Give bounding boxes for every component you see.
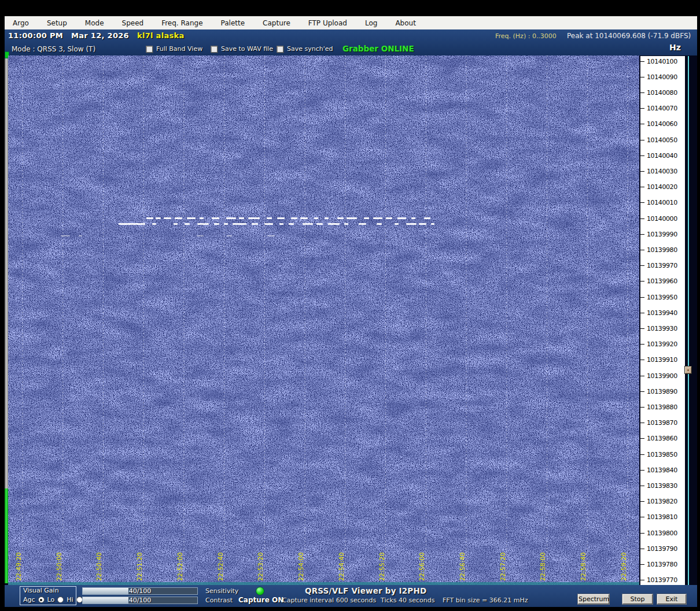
freq-tick-label: 10139860 [640, 435, 685, 442]
spectrum-button[interactable]: Spectrum [578, 594, 609, 604]
freq-tick [640, 250, 644, 250]
freq-tick-label: 10139790 [640, 545, 685, 552]
freq-tick-label: 10139770 [640, 577, 685, 584]
freq-tick-label: 10140000 [640, 215, 685, 222]
freq-tick-label: 10139820 [640, 498, 685, 505]
argo-window: Argo Setup Mode Speed Freq. Range Palett… [5, 16, 697, 607]
radio-label-agc: Agc [23, 596, 35, 603]
freq-tick-label: 10139850 [640, 451, 685, 458]
menu-ftp-upload[interactable]: FTP Upload [308, 19, 347, 27]
freq-tick-label: 10139990 [640, 231, 685, 238]
freq-tick [640, 108, 644, 109]
time-label: 22:50:00 [56, 553, 63, 581]
capture-status: Capture ON [238, 596, 283, 604]
time-label: 22:51:20 [136, 553, 143, 581]
app-title: QRSS/VLF Viewer by I2PHD [305, 586, 426, 595]
freq-tick [640, 344, 644, 345]
freq-tick [640, 92, 644, 93]
time-label: 22:58:00 [539, 553, 547, 581]
menu-palette[interactable]: Palette [221, 19, 245, 27]
sensitivity-label: Sensitivity [205, 587, 238, 595]
time-label: 22:56:40 [459, 553, 466, 581]
freq-tick [640, 281, 644, 282]
freq-tick [640, 140, 644, 140]
freq-tick [640, 171, 644, 172]
radio-hi[interactable] [76, 597, 83, 603]
freq-tick-label: 10140100 [640, 58, 685, 65]
freq-tick [640, 517, 644, 517]
checkbox-label: Full Band View [156, 45, 202, 53]
radio-lo[interactable] [57, 597, 64, 603]
freq-marker-track [688, 56, 689, 586]
freq-tick [640, 265, 644, 266]
freq-tick [640, 470, 644, 471]
freq-tick-label: 10139980 [640, 246, 685, 253]
freq-tick [640, 501, 644, 502]
freq-marker-handle[interactable] [684, 366, 692, 374]
freq-tick-label: 10139970 [640, 262, 685, 269]
freq-tick-label: 10139890 [640, 388, 685, 395]
menu-mode[interactable]: Mode [85, 19, 104, 27]
time-label: 22:54:40 [338, 553, 345, 581]
freq-tick-label: 10140050 [640, 136, 685, 143]
checkbox-save-to-wav[interactable]: Save to WAV file [211, 45, 273, 53]
menu-argo[interactable]: Argo [13, 19, 29, 27]
freq-tick [640, 533, 644, 534]
freq-tick-label: 10139840 [640, 466, 685, 473]
contrast-slider[interactable]: 40/100 [82, 597, 198, 604]
menu-bar: Argo Setup Mode Speed Freq. Range Palett… [5, 16, 697, 29]
local-date: Mar 12, 2026 [71, 31, 129, 40]
visual-gain-title: Visual Gain [23, 587, 59, 594]
exit-button[interactable]: Exit [657, 594, 686, 604]
checkbox-save-synched[interactable]: Save synch'ed [277, 45, 333, 53]
freq-tick-label: 10139870 [640, 420, 685, 427]
freq-tick-label: 10139800 [640, 529, 685, 536]
freq-tick [640, 454, 644, 455]
menu-about[interactable]: About [395, 19, 415, 27]
menu-log[interactable]: Log [365, 19, 377, 27]
menu-setup[interactable]: Setup [47, 19, 67, 27]
checkbox-full-band-view[interactable]: Full Band View [146, 45, 202, 53]
waterfall-display[interactable]: 22:49:2022:50:0022:50:4022:51:2022:52:00… [8, 55, 639, 585]
freq-scale: 1014010010140090101400801014007010140060… [640, 56, 685, 586]
freq-tick-label: 10140060 [640, 121, 685, 128]
checkbox-icon[interactable] [146, 46, 153, 53]
freq-tick [640, 202, 644, 203]
radio-label-lo: Lo [47, 596, 55, 603]
waterfall[interactable]: 22:49:2022:50:0022:50:4022:51:2022:52:00… [8, 55, 639, 585]
freq-tick [640, 438, 644, 439]
ticks-label: Ticks 40 seconds [381, 597, 435, 604]
main-area: 22:49:2022:50:0022:50:4022:51:2022:52:00… [5, 55, 697, 585]
time-label: 22:55:20 [378, 553, 386, 581]
grabber-status: Grabber ONLINE [342, 44, 414, 53]
bottom-control-bar: Visual Gain Agc Lo Hi 40/100 40/100 Sens… [5, 585, 697, 607]
menu-speed[interactable]: Speed [122, 19, 144, 27]
contrast-label: Contrast [205, 597, 233, 604]
freq-tick [640, 391, 644, 392]
sensitivity-slider[interactable]: 40/100 [82, 587, 198, 595]
freq-tick [640, 376, 644, 376]
freq-tick [640, 328, 644, 329]
clock-and-callsign: 11:00:00 PMMar 12, 2026kl7l alaska [8, 31, 185, 40]
freq-tick [640, 549, 644, 549]
stop-button[interactable]: Stop [622, 594, 653, 604]
local-time: 11:00:00 PM [8, 31, 63, 40]
freq-tick-label: 10139910 [640, 357, 685, 364]
menu-freq-range[interactable]: Freq. Range [161, 19, 202, 27]
radio-agc[interactable] [38, 597, 45, 603]
freq-tick-label: 10140040 [640, 152, 685, 159]
time-label: 22:52:40 [217, 553, 224, 581]
capture-interval-label: Capture interval 600 seconds [282, 597, 376, 604]
time-label: 22:56:00 [418, 553, 426, 581]
visual-gain-options: Agc Lo Hi [23, 596, 83, 603]
checkbox-icon[interactable] [211, 46, 218, 53]
checkbox-label: Save to WAV file [221, 45, 273, 53]
freq-tick [640, 486, 644, 486]
freq-tick-label: 10139960 [640, 278, 685, 285]
freq-tick [640, 297, 644, 298]
freq-tick [640, 219, 644, 219]
freq-tick-label: 10139880 [640, 403, 685, 410]
time-label: 22:53:20 [257, 553, 264, 581]
menu-capture[interactable]: Capture [263, 19, 290, 27]
checkbox-icon[interactable] [277, 46, 283, 53]
